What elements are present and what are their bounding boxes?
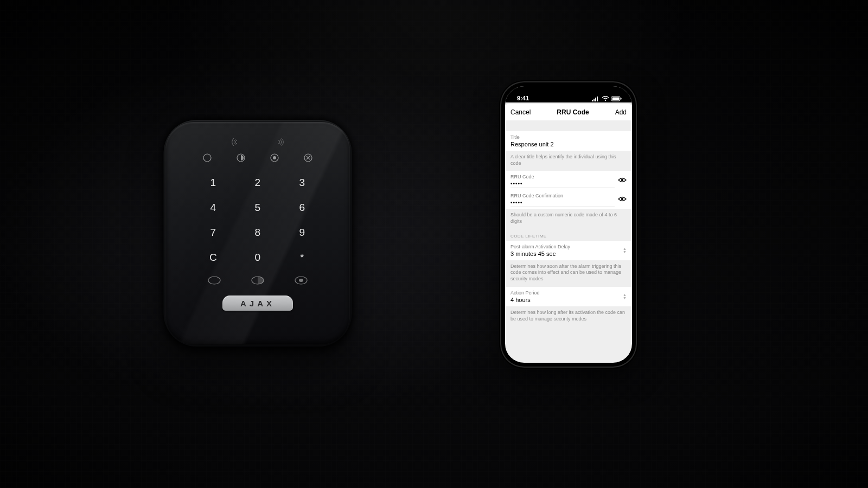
- rru-code-value: •••••: [510, 181, 627, 187]
- keypad-key-2[interactable]: 2: [236, 171, 279, 195]
- svg-rect-12: [597, 97, 598, 101]
- svg-point-13: [605, 100, 606, 101]
- keypad-mode-disarm-icon[interactable]: [208, 276, 221, 287]
- sheet-title: RRU Code: [557, 108, 589, 116]
- keypad-key-6[interactable]: 6: [280, 196, 324, 220]
- keypad-key-4[interactable]: 4: [192, 196, 235, 220]
- keypad-key-5[interactable]: 5: [236, 196, 279, 220]
- rru-code-confirm-label: RRU Code Confirmation: [510, 193, 627, 198]
- keypad-key-clear[interactable]: C: [192, 246, 235, 269]
- background-texture: [0, 0, 868, 488]
- phone-screen: 9:41 Cancel RRU Code Add: [505, 86, 632, 363]
- status-time: 9:41: [517, 95, 529, 101]
- rru-code-field[interactable]: RRU Code •••••: [505, 171, 632, 190]
- title-label: Title: [510, 134, 627, 140]
- keypad-mode-partial-icon[interactable]: [251, 276, 264, 287]
- keypad-key-8[interactable]: 8: [236, 221, 279, 245]
- show-confirm-eye-icon[interactable]: [618, 196, 627, 203]
- rru-code-confirm-field[interactable]: RRU Code Confirmation •••••: [505, 190, 632, 209]
- keypad-mode-arm-icon[interactable]: [295, 276, 308, 287]
- title-helper: A clear title helps identify the individ…: [505, 151, 632, 171]
- action-period-helper: Determines how long after its activation…: [505, 306, 632, 326]
- add-button[interactable]: Add: [615, 108, 627, 116]
- keypad-key-star[interactable]: *: [280, 246, 324, 269]
- svg-rect-9: [592, 100, 593, 101]
- status-arm-icon: [237, 153, 245, 162]
- code-helper: Should be a custom numeric code made of …: [505, 209, 632, 229]
- action-period-value: 4 hours: [510, 297, 627, 303]
- keypad-key-0[interactable]: 0: [236, 246, 279, 269]
- action-period-field[interactable]: Action Period 4 hours ▲▼: [505, 287, 632, 306]
- activation-delay-label: Post-alarm Activation Delay: [510, 244, 627, 249]
- action-period-label: Action Period: [510, 290, 627, 296]
- title-value: Response unit 2: [510, 141, 627, 147]
- keypad-brand-badge: AJAX: [222, 296, 293, 311]
- keypad-key-1[interactable]: 1: [192, 171, 235, 195]
- svg-rect-15: [612, 98, 620, 100]
- keypad-key-7[interactable]: 7: [192, 221, 235, 245]
- show-code-eye-icon[interactable]: [618, 177, 627, 184]
- phone-device: 9:41 Cancel RRU Code Add: [501, 82, 636, 367]
- sheet-header: Cancel RRU Code Add: [505, 104, 632, 120]
- rru-code-label: RRU Code: [510, 174, 627, 179]
- status-disarm-icon: [203, 153, 212, 162]
- phone-notch: [539, 86, 598, 98]
- wifi-icon: [602, 96, 609, 101]
- keypad-device: 1 2 3 4 5 6 7 8 9 C 0 * AJAX: [165, 122, 350, 344]
- battery-icon: [611, 96, 622, 101]
- keypad-key-3[interactable]: 3: [280, 171, 324, 195]
- code-lifetime-header: CODE LIFETIME: [505, 229, 632, 241]
- svg-point-0: [203, 154, 211, 162]
- svg-rect-10: [593, 99, 595, 101]
- rfid-left-icon: [231, 138, 243, 148]
- svg-point-18: [621, 198, 623, 200]
- activation-delay-value: 3 minutes 45 sec: [510, 251, 627, 257]
- svg-rect-11: [595, 98, 596, 101]
- title-field[interactable]: Title Response unit 2: [505, 131, 632, 151]
- activation-delay-field[interactable]: Post-alarm Activation Delay 3 minutes 45…: [505, 241, 632, 260]
- svg-point-3: [273, 156, 276, 159]
- selector-arrows-icon: ▲▼: [623, 293, 627, 300]
- keypad-brand-label: AJAX: [240, 299, 275, 308]
- status-night-icon: [270, 153, 279, 162]
- svg-point-8: [299, 279, 303, 282]
- keypad-key-9[interactable]: 9: [280, 221, 324, 245]
- selector-arrows-icon: ▲▼: [623, 247, 627, 254]
- svg-point-17: [621, 179, 623, 181]
- rfid-right-icon: [272, 138, 284, 148]
- svg-point-5: [208, 277, 220, 284]
- cancel-button[interactable]: Cancel: [510, 108, 531, 116]
- status-fault-icon: [304, 153, 312, 162]
- activation-delay-helper: Determines how soon after the alarm trig…: [505, 260, 632, 287]
- svg-rect-16: [621, 98, 622, 100]
- rru-code-confirm-value: •••••: [510, 200, 627, 206]
